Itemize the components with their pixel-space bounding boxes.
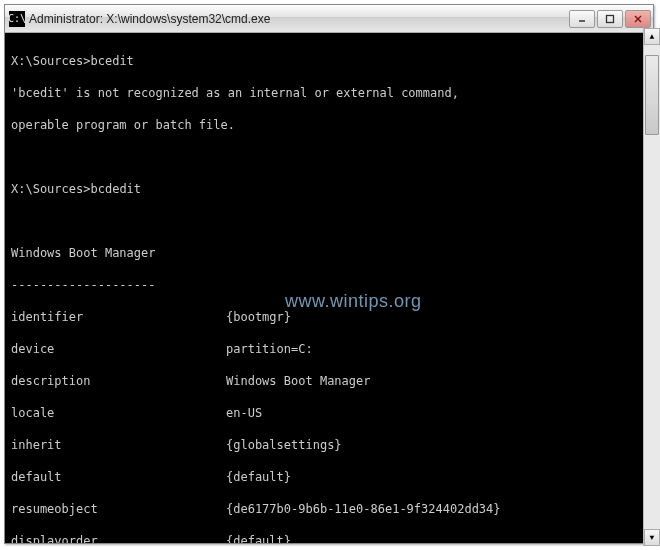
terminal-output[interactable]: X:\Sources>bcedit 'bcedit' is not recogn… — [5, 33, 653, 543]
prompt: X:\Sources> — [11, 182, 90, 196]
kv-value: {globalsettings} — [226, 437, 342, 453]
kv-value: Windows Boot Manager — [226, 373, 371, 389]
window-title: Administrator: X:\windows\system32\cmd.e… — [29, 12, 565, 26]
scroll-up-button[interactable]: ▲ — [644, 28, 660, 45]
kv-value: {default} — [226, 533, 291, 543]
maximize-button[interactable] — [597, 10, 623, 28]
command-text: bcedit — [90, 54, 133, 68]
kv-key: default — [11, 469, 226, 485]
scroll-down-button[interactable]: ▼ — [644, 529, 660, 546]
scrollbar[interactable]: ▲ ▼ — [643, 28, 660, 546]
minimize-button[interactable] — [569, 10, 595, 28]
error-line: 'bcedit' is not recognized as an interna… — [11, 85, 647, 101]
close-button[interactable] — [625, 10, 651, 28]
titlebar[interactable]: C:\ Administrator: X:\windows\system32\c… — [5, 5, 653, 33]
kv-key: inherit — [11, 437, 226, 453]
kv-key: displayorder — [11, 533, 226, 543]
kv-value: {bootmgr} — [226, 309, 291, 325]
svg-rect-1 — [607, 15, 614, 22]
kv-key: description — [11, 373, 226, 389]
scrollbar-track[interactable] — [644, 45, 660, 529]
scrollbar-thumb[interactable] — [645, 55, 659, 135]
kv-value: {de6177b0-9b6b-11e0-86e1-9f324402dd34} — [226, 501, 501, 517]
command-text: bcdedit — [90, 182, 141, 196]
cmd-window: C:\ Administrator: X:\windows\system32\c… — [4, 4, 654, 544]
kv-key: identifier — [11, 309, 226, 325]
kv-key: device — [11, 341, 226, 357]
cmd-icon: C:\ — [9, 11, 25, 27]
prompt: X:\Sources> — [11, 54, 90, 68]
section-heading: Windows Boot Manager — [11, 245, 647, 261]
section-underline: -------------------- — [11, 277, 647, 293]
kv-key: resumeobject — [11, 501, 226, 517]
kv-value: {default} — [226, 469, 291, 485]
watermark: www.wintips.org — [285, 293, 422, 309]
kv-key: locale — [11, 405, 226, 421]
window-buttons — [569, 10, 651, 28]
kv-value: partition=C: — [226, 341, 313, 357]
error-line: operable program or batch file. — [11, 117, 647, 133]
kv-value: en-US — [226, 405, 262, 421]
